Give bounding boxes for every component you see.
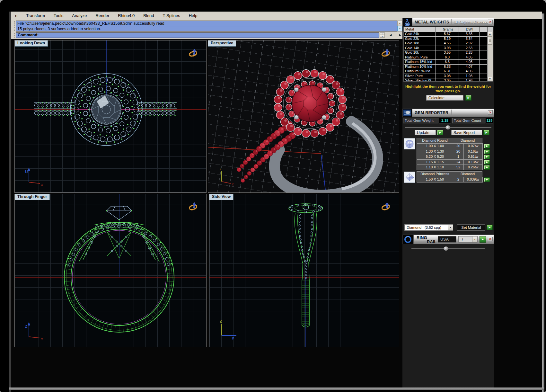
- command-spinner[interactable]: ▲▼: [380, 32, 385, 38]
- gem-row-go-icon[interactable]: ▶: [484, 149, 490, 154]
- axis-indicator: Z x: [22, 317, 48, 343]
- viewport-label[interactable]: Through Finger: [15, 194, 50, 200]
- update-go-icon[interactable]: ▶: [437, 130, 443, 135]
- close-icon[interactable]: ✕: [488, 110, 493, 115]
- table-row[interactable]: Gold 24k5.673.65: [404, 32, 493, 37]
- gem-row[interactable]: 1.50 X 1.5020.039tw▶: [417, 177, 493, 183]
- axis-indicator: U x: [22, 162, 48, 188]
- ring-rail-go-icon[interactable]: ▶: [480, 236, 486, 243]
- set-material-go-icon[interactable]: ▶: [487, 225, 493, 230]
- gem-row-go-icon[interactable]: ▶: [484, 160, 490, 165]
- viewport-through-finger[interactable]: Through Finger Z x: [14, 194, 207, 347]
- gem-row-go-icon[interactable]: ▶: [484, 144, 490, 148]
- gem-reporter-header: GEM REPORTER ✕: [402, 109, 494, 117]
- blank-cell: [480, 78, 488, 82]
- blank-cell: [480, 69, 488, 74]
- menu-item-rhino[interactable]: Rhino4.0: [118, 13, 135, 18]
- material-spg: (3.52 spg): [425, 225, 441, 230]
- gem-size-cell: 1.10 X 1.10: [417, 165, 453, 170]
- gem-row-go-icon[interactable]: ▶: [484, 165, 490, 170]
- menu-item-analyze[interactable]: Analyze: [72, 13, 87, 18]
- gem-row[interactable]: 1.00 X 1.00200.07tw▶: [417, 144, 493, 149]
- viewport-side-view[interactable]: Side View Z y: [209, 194, 399, 347]
- command-history-line: File "C:\Users\jelena.pecic\Downloads\36…: [17, 21, 396, 26]
- window-frame-bottom: [9, 388, 544, 390]
- scroll-left-icon[interactable]: ◀: [387, 32, 394, 38]
- viewport-label[interactable]: Looking Down: [15, 40, 48, 47]
- column-header[interactable]: DWT: [459, 27, 480, 32]
- grams-cell: 6.3: [436, 60, 459, 64]
- table-row[interactable]: Platinum 10% Irid6.334.07: [404, 65, 493, 69]
- dwt-cell: 4.05: [459, 60, 480, 64]
- blank-cell: [480, 41, 488, 46]
- save-report-go-icon[interactable]: ▶: [483, 130, 489, 135]
- viewport-label[interactable]: Perspective: [208, 40, 236, 47]
- menu-item-tools[interactable]: Tools: [54, 13, 63, 18]
- axis-indicator: z x: [215, 162, 241, 188]
- gem-row[interactable]: 1.10 X 1.10520.26tw▶: [417, 165, 493, 170]
- gem-row-go-icon[interactable]: ▶: [484, 177, 490, 182]
- dwt-cell: 4.06: [459, 69, 480, 74]
- metal-cell: Gold 14k: [404, 46, 436, 50]
- table-row[interactable]: Gold 10k3.552.28: [404, 50, 493, 55]
- table-row[interactable]: Gold 18k4.552.92: [404, 41, 493, 46]
- gem-row[interactable]: 5.20 X 5.2010.51tw▶: [417, 154, 493, 160]
- calculate-button[interactable]: Calculate: [426, 95, 463, 101]
- close-icon[interactable]: ✕: [488, 20, 493, 24]
- svg-text:U: U: [25, 170, 28, 174]
- viewport-ring-icon: [188, 202, 199, 211]
- update-button[interactable]: Update: [415, 130, 436, 135]
- scrollbar-thumb[interactable]: [488, 36, 492, 45]
- command-area: File "C:\Users\jelena.pecic\Downloads\36…: [11, 19, 403, 39]
- table-row[interactable]: Gold 22k5.193.34: [404, 37, 493, 41]
- svg-text:Z: Z: [220, 319, 222, 324]
- gem-material: Diamond: [453, 171, 482, 177]
- viewport-label[interactable]: Side View: [209, 194, 233, 200]
- metal-cell: Gold 22k: [404, 37, 436, 41]
- dwt-cell: 3.65: [459, 32, 480, 36]
- chevron-down-icon[interactable]: ▼: [448, 225, 453, 230]
- rail-slider-handle[interactable]: ▼: [444, 246, 448, 251]
- calculate-go-icon[interactable]: ▶: [465, 95, 471, 101]
- table-row[interactable]: Platinum 15% Irid6.34.05: [404, 60, 493, 65]
- table-row[interactable]: Silver, Pure3.081.98: [404, 74, 493, 79]
- save-report-button[interactable]: Save Report: [451, 130, 482, 135]
- menu-item-help[interactable]: Help: [189, 13, 198, 18]
- scroll-up-icon[interactable]: ▲: [397, 21, 402, 26]
- metal-cell: Gold 10k: [404, 50, 436, 55]
- chevron-down-icon[interactable]: ▼: [472, 236, 477, 242]
- menu-item[interactable]: n: [15, 13, 17, 18]
- gem-row[interactable]: 1.15 X 1.15240.13tw▶: [417, 160, 493, 165]
- gem-size-cell: 1.00 X 1.00: [417, 143, 453, 149]
- column-header[interactable]: Metal: [404, 27, 436, 32]
- table-row[interactable]: Platinum, Pure6.34.05: [404, 55, 493, 60]
- menu-item-transform[interactable]: Transform: [26, 13, 45, 18]
- collapse-toggle-icon[interactable]: ▲: [445, 125, 450, 129]
- table-row[interactable]: Gold 14k3.932.53: [404, 46, 493, 51]
- viewport-looking-down[interactable]: Looking Down U x: [14, 40, 207, 193]
- ring-standard-field[interactable]: USA: [438, 236, 456, 243]
- svg-text:y: y: [232, 336, 234, 340]
- drag-grip[interactable]: [14, 33, 15, 38]
- command-input[interactable]: Command:: [16, 32, 379, 38]
- menu-item-render[interactable]: Render: [96, 13, 110, 18]
- blank-cell: [480, 55, 488, 60]
- column-header[interactable]: Grams: [436, 27, 459, 32]
- menu-item-tsplines[interactable]: T-Splines: [163, 13, 180, 18]
- material-dropdown[interactable]: Diamond (3.52 spg) ▼: [404, 224, 453, 231]
- ring-size-dropdown[interactable]: 7 ▼: [458, 236, 478, 243]
- drag-grip[interactable]: [14, 21, 15, 31]
- table-row[interactable]: Platinum 5% Irid6.314.06: [404, 69, 493, 74]
- menu-item-blend[interactable]: Blend: [143, 13, 154, 18]
- window-frame-left: [9, 12, 11, 392]
- metal-cell: Platinum, Pure: [404, 55, 436, 60]
- gem-row[interactable]: 1.30 X 1.30200.16tw▶: [417, 149, 493, 155]
- close-icon[interactable]: ✕: [488, 237, 493, 241]
- scroll-down-icon[interactable]: ▼: [488, 77, 492, 81]
- scroll-down-icon[interactable]: ▼: [397, 26, 402, 31]
- gem-row-go-icon[interactable]: ▶: [484, 155, 490, 159]
- table-row[interactable]: Silver, Sterling (9...3.051.96: [404, 78, 493, 82]
- viewport-perspective[interactable]: Perspective z x: [208, 40, 399, 193]
- set-material-button[interactable]: Set Material: [457, 224, 485, 231]
- scroll-up-icon[interactable]: ▲: [488, 32, 492, 36]
